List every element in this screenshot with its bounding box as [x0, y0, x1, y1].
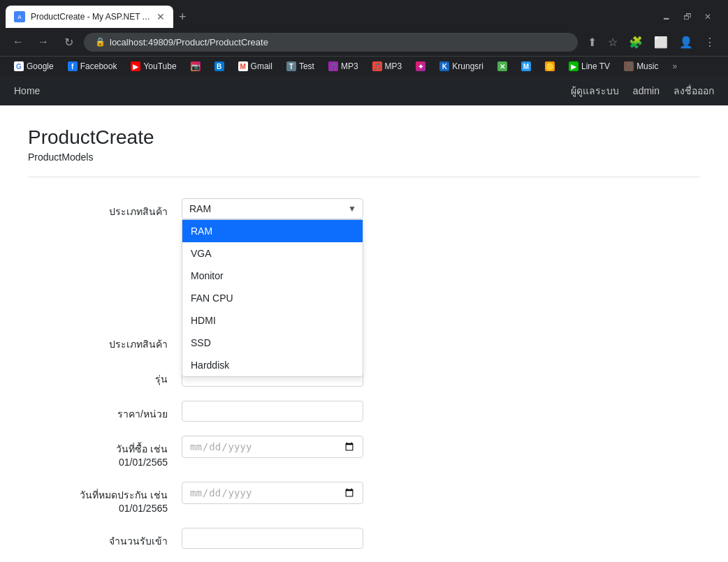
profile-icon[interactable]: 👤	[675, 33, 697, 52]
purchase-date-label: วันที่ซื้อ เช่น01/01/2565	[28, 436, 182, 468]
form-row-quantity: จำนวนรับเข้า	[28, 528, 517, 549]
svg-text:A: A	[17, 14, 22, 20]
bookmarks-more-button[interactable]: »	[667, 59, 683, 73]
youtube-favicon: ▶	[131, 61, 140, 71]
quantity-input[interactable]	[182, 528, 363, 549]
bookmark-instagram[interactable]: 📷	[185, 59, 206, 73]
site-nav: Home ผู้ดูแลระบบ admin ลงชื่อออก	[0, 76, 728, 105]
price-wrapper	[182, 401, 517, 422]
bookmark-ks[interactable]: ✦	[410, 59, 431, 73]
bookmark-facebook-label: Facebook	[80, 61, 117, 71]
divider	[28, 177, 700, 177]
warranty-date-wrapper	[182, 482, 517, 504]
bookmark-m[interactable]: M	[516, 59, 537, 73]
bookmark-x[interactable]: ✕	[492, 59, 513, 73]
bing-favicon: B	[214, 61, 224, 71]
tab-favicon: A	[14, 11, 25, 22]
bookmark-krungsri-label: Krungsri	[452, 61, 483, 71]
x-favicon: ✕	[497, 61, 507, 71]
bookmark-mp3b[interactable]: 🎵 MP3	[367, 59, 408, 73]
dropdown-option-harddisk[interactable]: Harddisk	[182, 354, 363, 376]
select-container: RAM VGA Monitor FAN CPU HDMI SSD Harddis…	[182, 198, 363, 219]
form-row-purchase-date: วันที่ซื้อ เช่น01/01/2565	[28, 436, 517, 468]
ms-favicon: 🟡	[545, 61, 555, 71]
form-row-warranty-date: วันที่หมดประกัน เช่น01/01/2565	[28, 482, 517, 514]
bookmark-music[interactable]: 🎵 Music	[618, 59, 664, 73]
bookmarks-bar: G Google f Facebook ▶ YouTube 📷 B M Gmai…	[0, 56, 728, 76]
bookmark-youtube-label: YouTube	[143, 61, 176, 71]
bookmark-krungsri[interactable]: K Krungsri	[434, 59, 489, 73]
bookmark-test[interactable]: T Test	[281, 59, 320, 73]
bookmark-gmail-label: Gmail	[251, 61, 272, 71]
close-button[interactable]: ✕	[699, 9, 717, 24]
page-content: ProductCreate ProductModels ประเภทสินค้า…	[0, 105, 728, 562]
model-label: รุ่น	[28, 366, 182, 387]
bookmark-icon[interactable]: ☆	[604, 33, 622, 52]
warranty-date-label: วันที่หมดประกัน เช่น01/01/2565	[28, 482, 182, 514]
tab-close-button[interactable]: ✕	[156, 11, 165, 22]
price-input[interactable]	[182, 401, 363, 422]
dropdown-option-fancpu[interactable]: FAN CPU	[182, 287, 363, 309]
gmail-favicon: M	[238, 61, 248, 71]
quantity-label: จำนวนรับเข้า	[28, 528, 182, 549]
bookmark-ms[interactable]: 🟡	[539, 59, 560, 73]
dropdown-option-hdmi[interactable]: HDMI	[182, 309, 363, 332]
mp3b-favicon: 🎵	[372, 61, 382, 71]
url-text: localhost:49809/Product/ProductCreate	[110, 37, 268, 47]
dropdown-option-ram[interactable]: RAM	[182, 220, 363, 242]
quantity-wrapper	[182, 528, 517, 549]
bookmark-test-label: Test	[299, 61, 314, 71]
nav-logout-link[interactable]: ลงชื่อออก	[674, 83, 714, 98]
form-row-price: ราคา/หน่วย	[28, 401, 517, 422]
purchase-date-wrapper	[182, 436, 517, 458]
reload-button[interactable]: ↻	[59, 32, 78, 52]
back-button[interactable]: ←	[8, 32, 28, 52]
nav-left: Home	[14, 85, 40, 96]
price-label: ราคา/หน่วย	[28, 401, 182, 422]
split-view-icon[interactable]: ⬜	[650, 33, 672, 52]
bookmark-gmail[interactable]: M Gmail	[233, 59, 278, 73]
warranty-date-input[interactable]	[182, 482, 363, 504]
nav-username-link[interactable]: admin	[633, 85, 660, 96]
product-create-form: ประเภทสินค้า RAM VGA Monitor FAN CPU HDM…	[28, 198, 517, 562]
minimize-button[interactable]: 🗕	[657, 9, 676, 24]
nav-right: ผู้ดูแลระบบ admin ลงชื่อออก	[571, 83, 714, 98]
bookmark-google[interactable]: G Google	[8, 59, 59, 73]
bookmark-mp3a[interactable]: 🎵 MP3	[323, 59, 364, 73]
category-text-label: ประเภทสินค้า	[28, 331, 182, 352]
address-bar[interactable]: 🔒 localhost:49809/Product/ProductCreate	[84, 33, 578, 52]
page-subtitle: ProductModels	[28, 151, 700, 163]
purchase-date-input[interactable]	[182, 436, 363, 458]
google-favicon: G	[14, 61, 24, 71]
bookmark-linetv[interactable]: ▶ Line TV	[563, 59, 616, 73]
new-tab-button[interactable]: +	[173, 7, 192, 27]
share-icon[interactable]: ⬆	[583, 33, 601, 52]
dropdown-option-monitor[interactable]: Monitor	[182, 265, 363, 287]
browser-tab[interactable]: A ProductCreate - My ASP.NET App... ✕	[6, 6, 173, 28]
nav-home-link[interactable]: Home	[14, 85, 40, 96]
bookmark-google-label: Google	[27, 61, 54, 71]
mp3a-favicon: 🎵	[328, 61, 338, 71]
dropdown-option-vga[interactable]: VGA	[182, 242, 363, 265]
category-select[interactable]: RAM VGA Monitor FAN CPU HDMI SSD Harddis…	[182, 198, 363, 219]
nav-user-account-link[interactable]: ผู้ดูแลระบบ	[571, 83, 619, 98]
bookmark-facebook[interactable]: f Facebook	[62, 59, 123, 73]
bookmark-bing[interactable]: B	[209, 59, 230, 73]
category-select-wrapper: RAM VGA Monitor FAN CPU HDMI SSD Harddis…	[182, 198, 517, 219]
address-bar-row: ← → ↻ 🔒 localhost:49809/Product/ProductC…	[0, 28, 728, 56]
dropdown-option-ssd[interactable]: SSD	[182, 332, 363, 354]
category-dropdown[interactable]: RAM VGA Monitor FAN CPU HDMI SSD Harddis…	[182, 219, 363, 377]
menu-icon[interactable]: ⋮	[700, 33, 720, 52]
maximize-button[interactable]: 🗗	[678, 9, 697, 24]
extensions-icon[interactable]: 🧩	[625, 33, 647, 52]
window-controls: 🗕 🗗 ✕	[657, 9, 722, 24]
krungsri-favicon: K	[439, 61, 449, 71]
bookmark-mp3b-label: MP3	[385, 61, 402, 71]
bookmark-mp3a-label: MP3	[341, 61, 358, 71]
forward-button[interactable]: →	[34, 32, 53, 52]
toolbar-icons: ⬆ ☆ 🧩 ⬜ 👤 ⋮	[583, 33, 720, 52]
facebook-favicon: f	[68, 61, 78, 71]
instagram-favicon: 📷	[191, 61, 201, 71]
bookmark-youtube[interactable]: ▶ YouTube	[125, 59, 182, 73]
bookmark-music-label: Music	[636, 61, 658, 71]
